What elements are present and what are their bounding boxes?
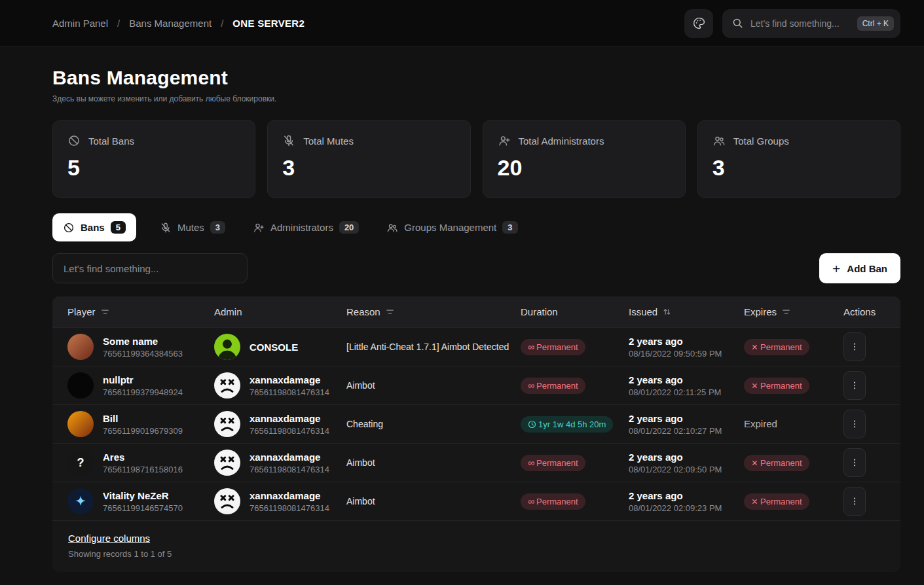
stat-card-total-bans: Total Bans 5 bbox=[52, 120, 255, 198]
column-header-issued[interactable]: Issued bbox=[629, 306, 744, 317]
expires-label: Permanent bbox=[760, 342, 802, 352]
bans-table: Player Admin Reason Duration Issued bbox=[52, 296, 900, 572]
table-row: ✦ Vitality NeZeR 76561199146574570 xanna… bbox=[52, 482, 900, 520]
table-row: ? Ares 76561198716158016 xannaxdamage 76… bbox=[52, 443, 900, 482]
reason-cell: [Little Anti-Cheat 1.7.1] Aimbot Detecte… bbox=[346, 342, 521, 352]
breadcrumb-bans-management[interactable]: Bans Management bbox=[129, 18, 212, 29]
column-header-reason[interactable]: Reason bbox=[346, 306, 521, 317]
breadcrumb-admin-panel[interactable]: Admin Panel bbox=[52, 18, 108, 29]
kebab-menu-icon bbox=[849, 457, 860, 468]
avatar-glyph: ✦ bbox=[75, 495, 85, 507]
ban-icon bbox=[63, 222, 75, 234]
issued-relative: 2 years ago bbox=[629, 374, 744, 385]
duration-cell: ∞ Permanent bbox=[521, 493, 629, 510]
column-label: Expires bbox=[744, 306, 777, 317]
dead-face-icon bbox=[214, 411, 240, 437]
user-plus-icon bbox=[253, 222, 265, 234]
row-actions-button[interactable] bbox=[843, 332, 866, 361]
admin-steamid: 76561198081476314 bbox=[249, 503, 329, 513]
mute-icon bbox=[282, 134, 295, 147]
player-cell: ? Ares 76561198716158016 bbox=[67, 450, 214, 476]
row-actions-button[interactable] bbox=[843, 448, 866, 477]
admin-cell: CONSOLE bbox=[214, 334, 346, 360]
filter-icon bbox=[101, 308, 109, 316]
duration-badge: ∞ Permanent bbox=[521, 339, 585, 355]
expire-x-icon bbox=[751, 344, 758, 351]
tab-groups-management[interactable]: Groups Management 3 bbox=[382, 213, 521, 241]
kebab-menu-icon bbox=[849, 496, 860, 506]
expires-cell: Permanent bbox=[744, 339, 843, 355]
duration-cell: ∞ Permanent bbox=[521, 455, 629, 471]
tab-mutes[interactable]: Mutes 3 bbox=[156, 213, 229, 241]
breadcrumb-current-server: ONE SERVER2 bbox=[232, 18, 305, 29]
column-label: Admin bbox=[214, 306, 242, 317]
actions-cell bbox=[843, 487, 885, 516]
actions-cell bbox=[843, 332, 885, 361]
admin-avatar bbox=[214, 488, 240, 514]
expires-cell: Expired bbox=[744, 418, 843, 430]
tab-count-badge: 5 bbox=[111, 221, 126, 234]
player-avatar bbox=[67, 372, 94, 399]
duration-label: Permanent bbox=[536, 497, 578, 506]
admin-steamid: 76561198081476314 bbox=[249, 426, 329, 436]
table-footer: Configure columns Showing records 1 to 1… bbox=[52, 520, 900, 572]
duration-cell: ∞ Permanent bbox=[521, 339, 629, 355]
expires-badge: Permanent bbox=[744, 339, 809, 355]
avatar-glyph: ? bbox=[77, 457, 84, 469]
column-header-actions: Actions bbox=[843, 306, 885, 317]
infinity-icon: ∞ bbox=[528, 342, 534, 351]
expire-x-icon bbox=[751, 498, 758, 505]
tabs: Bans 5 Mutes 3 Administrators 20 Groups … bbox=[52, 213, 900, 241]
clock-icon bbox=[528, 420, 536, 429]
stat-label: Total Mutes bbox=[303, 135, 354, 147]
column-header-expires[interactable]: Expires bbox=[744, 306, 843, 317]
issued-relative: 2 years ago bbox=[629, 490, 744, 501]
users-icon bbox=[712, 134, 726, 147]
player-cell: ✦ Vitality NeZeR 76561199146574570 bbox=[67, 488, 214, 514]
duration-badge: ∞ Permanent bbox=[521, 493, 585, 510]
topbar-right: Ctrl + K bbox=[684, 9, 900, 38]
tab-count-badge: 20 bbox=[339, 221, 359, 234]
palette-icon bbox=[692, 16, 706, 30]
admin-name: xannaxdamage bbox=[249, 374, 329, 385]
add-ban-button[interactable]: + Add Ban bbox=[819, 253, 900, 283]
column-header-player[interactable]: Player bbox=[67, 306, 214, 317]
configure-columns-link[interactable]: Configure columns bbox=[68, 533, 150, 544]
global-search[interactable]: Ctrl + K bbox=[722, 9, 900, 38]
column-label: Player bbox=[67, 306, 96, 317]
expires-badge: Permanent bbox=[744, 378, 809, 394]
main-content: Bans Management Здесь вы можете изменить… bbox=[0, 47, 924, 572]
issued-date: 08/01/2022 02:10:27 PM bbox=[629, 426, 744, 436]
breadcrumb-separator: / bbox=[221, 18, 223, 29]
infinity-icon: ∞ bbox=[528, 497, 534, 506]
dead-face-icon bbox=[214, 488, 240, 514]
admin-avatar bbox=[214, 450, 240, 476]
breadcrumb-separator: / bbox=[117, 18, 120, 29]
player-avatar: ✦ bbox=[67, 488, 94, 514]
expires-badge: Permanent bbox=[744, 455, 809, 471]
admin-steamid: 76561198081476314 bbox=[249, 387, 329, 397]
theme-palette-button[interactable] bbox=[684, 9, 713, 38]
stat-card-total-administrators: Total Administrators 20 bbox=[483, 120, 686, 198]
tab-bans[interactable]: Bans 5 bbox=[52, 213, 136, 241]
row-actions-button[interactable] bbox=[843, 410, 866, 438]
table-search-input[interactable] bbox=[52, 253, 248, 283]
duration-badge: ∞ 1yr 1w 4d 5h 20m bbox=[521, 416, 613, 433]
row-actions-button[interactable] bbox=[843, 371, 866, 400]
duration-label: Permanent bbox=[536, 458, 578, 468]
issued-relative: 2 years ago bbox=[629, 336, 744, 347]
infinity-icon: ∞ bbox=[528, 458, 534, 467]
row-actions-button[interactable] bbox=[843, 487, 866, 516]
global-search-input[interactable] bbox=[750, 18, 851, 29]
tab-label: Administrators bbox=[270, 222, 333, 233]
admin-name: xannaxdamage bbox=[249, 452, 329, 463]
tab-administrators[interactable]: Administrators 20 bbox=[249, 213, 363, 241]
stat-label: Total Bans bbox=[88, 135, 134, 147]
admin-steamid: 76561198081476314 bbox=[249, 465, 329, 474]
admin-avatar bbox=[214, 411, 240, 437]
users-icon bbox=[386, 222, 398, 234]
expire-x-icon bbox=[751, 382, 758, 389]
issued-date: 08/01/2022 02:11:25 PM bbox=[629, 387, 744, 397]
ban-icon bbox=[67, 134, 81, 147]
kebab-menu-icon bbox=[849, 419, 860, 429]
